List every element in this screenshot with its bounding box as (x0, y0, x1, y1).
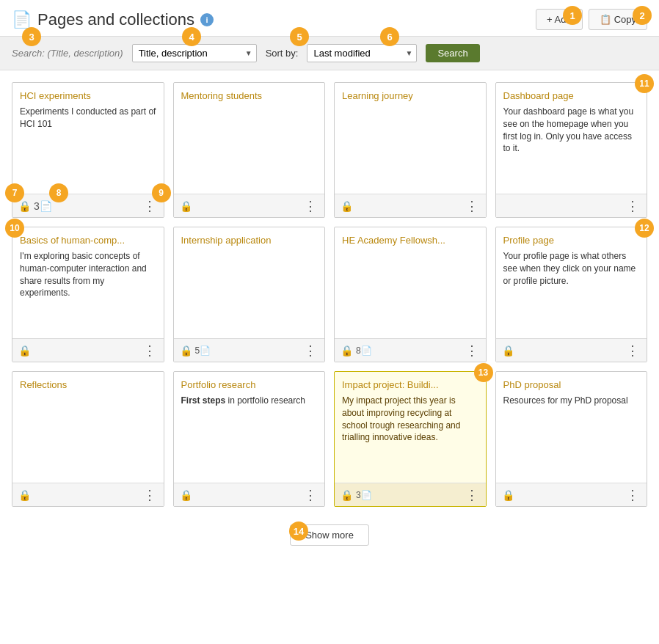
lock-icon: 🔒 (18, 345, 31, 356)
card-desc-dashboard: Your dashboard page is what you see on t… (503, 106, 640, 155)
lock-icon: 🔒 (502, 345, 514, 356)
card-portfolio: Portfolio research First steps in portfo… (173, 371, 326, 507)
card-footer-internship: 🔒 5📄 ⋮ (174, 338, 325, 362)
card-content: PhD proposal Resources for my PhD propos… (496, 372, 647, 483)
card-footer-reflections: 🔒 ⋮ (12, 483, 164, 506)
more-options-button[interactable]: ⋮ (142, 200, 158, 213)
badge-8: 8 (49, 183, 68, 202)
sort-label: Sort by: (266, 48, 299, 59)
card-title-phd[interactable]: PhD proposal (503, 379, 640, 390)
more-options-button[interactable]: ⋮ (625, 489, 641, 502)
search-button[interactable]: Search (426, 44, 479, 62)
footer-left: 🔒 (18, 489, 31, 501)
card-mentoring: Mentoring students 🔒 ⋮ (173, 82, 326, 218)
more-options-button[interactable]: ⋮ (625, 344, 641, 357)
card-content: Mentoring students (174, 83, 325, 194)
footer-left: 🔒 (502, 489, 514, 501)
collection-count: 5📄 (195, 345, 211, 356)
card-content: Internship application (174, 227, 325, 338)
page-header: 📄 Pages and collections i + Add 📋 Copy 1… (0, 0, 659, 37)
card-he-academy: HE Academy Fellowsh... 🔒 8📄 ⋮ (334, 227, 487, 362)
lock-icon: 🔒 (341, 200, 353, 212)
search-label: Search: (Title, description) (12, 48, 123, 59)
lock-icon: 🔒 (18, 200, 31, 212)
card-content: Portfolio research First steps in portfo… (174, 372, 325, 483)
more-options-button[interactable]: ⋮ (302, 200, 318, 213)
more-options-button[interactable]: ⋮ (464, 489, 480, 502)
collection-count: 8📄 (356, 345, 372, 356)
sort-select-wrap: Last modified Title Date created ▼ (307, 44, 417, 62)
badge-7: 7 (5, 183, 24, 202)
footer-left: 🔒 3📄 (18, 200, 52, 212)
footer-left: 🔒 3📄 (341, 489, 372, 501)
more-options-button[interactable]: ⋮ (302, 344, 318, 357)
search-input[interactable] (132, 44, 257, 62)
card-content: HCI experiments Experiments I conducted … (12, 83, 164, 194)
card-content: Impact project: Buildi... My impact proj… (335, 372, 486, 483)
card-impact: Impact project: Buildi... My impact proj… (334, 371, 487, 507)
card-grid: HCI experiments Experiments I conducted … (0, 70, 659, 519)
badge-5: 5 (290, 27, 309, 46)
more-options-button[interactable]: ⋮ (302, 489, 318, 502)
card-title-impact[interactable]: Impact project: Buildi... (342, 379, 478, 390)
card-footer-profile: 🔒 ⋮ (496, 338, 647, 362)
header-actions: + Add 📋 Copy (536, 9, 647, 30)
more-options-button[interactable]: ⋮ (464, 200, 480, 213)
collection-badge: 5📄 (195, 345, 211, 356)
card-title-reflections[interactable]: Reflections (20, 379, 156, 390)
search-bar: 3 Search: (Title, description) ▼ Sort by… (0, 37, 659, 70)
card-title-portfolio[interactable]: Portfolio research (181, 379, 318, 390)
info-icon[interactable]: i (200, 13, 214, 26)
card-basics: Basics of human-comp... I'm exploring ba… (12, 227, 164, 362)
badge-14: 14 (289, 522, 308, 541)
card-title-profile[interactable]: Profile page (503, 235, 640, 246)
footer-left: 🔒 (341, 200, 353, 212)
badge-9: 9 (152, 183, 171, 202)
card-content: Reflections (12, 372, 164, 483)
collection-icon: 3📄 (34, 200, 52, 212)
search-input-wrap: ▼ (132, 44, 257, 62)
collection-count: 3📄 (356, 490, 372, 500)
card-hci-experiments: HCI experiments Experiments I conducted … (12, 82, 164, 218)
card-title-basics[interactable]: Basics of human-comp... (20, 235, 156, 246)
more-options-button[interactable]: ⋮ (142, 489, 158, 502)
lock-icon: 🔒 (180, 345, 192, 356)
page-title: Pages and collections (37, 10, 194, 29)
card-footer-learning: 🔒 ⋮ (335, 194, 486, 217)
more-options-button[interactable]: ⋮ (625, 200, 641, 213)
card-title-internship[interactable]: Internship application (181, 235, 318, 246)
copy-icon: 📋 (600, 14, 611, 25)
card-dashboard: Dashboard page Your dashboard page is wh… (495, 82, 648, 218)
card-profile: Profile page Your profile page is what o… (495, 227, 648, 362)
lock-icon: 🔒 (180, 489, 192, 501)
card-desc-basics: I'm exploring basic concepts of human-co… (20, 250, 156, 299)
card-desc-hci: Experiments I conducted as part of HCI 1… (20, 106, 156, 131)
collection-badge: 3📄 (34, 200, 52, 212)
card-title-he[interactable]: HE Academy Fellowsh... (342, 235, 478, 246)
badge-2: 2 (633, 6, 652, 25)
more-options-button[interactable]: ⋮ (464, 344, 480, 357)
lock-icon: 🔒 (341, 489, 353, 501)
card-title-dashboard[interactable]: Dashboard page (503, 90, 640, 101)
card-footer-hci: 🔒 3📄 ⋮ (12, 194, 164, 217)
card-desc-impact: My impact project this year is about imp… (342, 395, 478, 444)
collection-badge: 8📄 (356, 345, 372, 356)
card-title-hci[interactable]: HCI experiments (20, 90, 156, 101)
footer-left: 🔒 8📄 (341, 345, 372, 356)
card-desc-portfolio: First steps in portfolio research (181, 395, 318, 407)
badge-12: 12 (635, 219, 654, 238)
card-content: Profile page Your profile page is what o… (496, 227, 647, 338)
card-desc-profile: Your profile page is what others see whe… (503, 250, 640, 287)
card-footer-impact: 🔒 3📄 ⋮ (335, 483, 486, 506)
more-options-button[interactable]: ⋮ (142, 344, 158, 357)
footer-left: 🔒 (502, 345, 514, 356)
footer-left: 🔒 (18, 345, 31, 356)
lock-icon: 🔒 (180, 200, 192, 212)
search-hint: (Title, description) (47, 48, 123, 59)
card-footer-mentoring: 🔒 ⋮ (174, 194, 325, 217)
badge-1: 1 (563, 6, 582, 25)
card-title-learning[interactable]: Learning journey (342, 90, 478, 101)
card-reflections: Reflections 🔒 ⋮ (12, 371, 164, 507)
sort-select[interactable]: Last modified Title Date created (307, 44, 417, 62)
card-title-mentoring[interactable]: Mentoring students (181, 90, 318, 101)
